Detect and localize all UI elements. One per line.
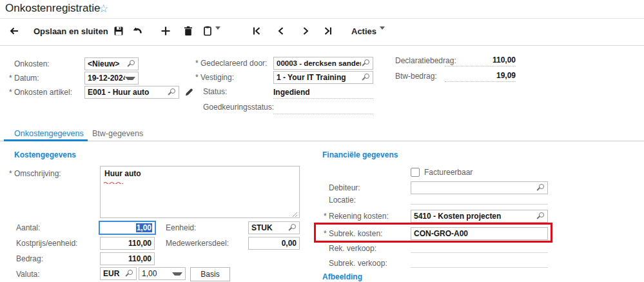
kostprijs-label: Kostprijs/eenheid: [16,237,77,250]
selected-text: 1,00 [136,223,152,232]
aantal-label: Aantal: [16,221,40,234]
magnifier-icon[interactable] [126,59,135,68]
tab-bar-divider [0,141,644,141]
onkosten-artikel-input[interactable]: E001 - Huur auto [84,86,179,99]
favorite-star-icon[interactable]: ☆ [99,2,108,15]
page-title: Onkostenregistratie [5,2,100,15]
active-tab-underline [4,139,88,141]
undo-icon[interactable] [132,26,142,36]
tab-btw-gegevens[interactable]: Btw-gegevens [92,129,143,138]
clipboard-icon[interactable] [202,26,213,36]
eenheid-input[interactable]: STUK [248,221,300,234]
last-record-icon[interactable] [323,26,333,36]
magnifier-icon[interactable] [536,212,545,221]
gedeclareerd-door-input[interactable]: 00003 - dercksen sander, D [273,57,373,70]
factureerbaar-label: Factureerbaar [424,166,473,179]
onkosten-label: Onkosten: [14,57,50,70]
magnifier-icon[interactable] [361,73,370,82]
subrek-kosten-label: * Subrek. kosten: [324,227,382,240]
aantal-input[interactable]: 1,00 [99,221,156,235]
next-record-icon[interactable] [300,26,311,36]
goedkeuringsstatus-value [273,103,373,114]
textarea-resize-handle[interactable] [292,210,298,219]
status-label: Status: [203,86,227,97]
back-icon[interactable] [9,26,19,36]
rek-verkoop-label: Rek. verkoop: [329,244,376,254]
subrek-verkoop-value [411,258,548,268]
datum-label: * Datum: [9,72,39,85]
toolbar-divider [0,45,644,46]
koers-dropdown[interactable]: 1,00 [139,267,186,280]
onkosten-artikel-label: * Onkosten artikel: [9,86,72,99]
magnifier-icon[interactable] [167,88,176,97]
magnifier-icon[interactable] [361,59,370,68]
locatie-value [411,195,548,205]
magnifier-icon[interactable] [124,269,133,278]
medewerkersdeel-input[interactable]: 0,00 [248,237,300,250]
valuta-label: Valuta: [16,268,39,281]
vestiging-input[interactable]: 1 - Your IT Training [273,71,373,84]
edit-pencil-icon[interactable] [184,88,193,99]
date-dropdown-caret-icon[interactable] [125,77,135,80]
rekening-kosten-input[interactable]: 5410 - Kosten projecten [411,210,548,223]
tab-onkostengegevens[interactable]: Onkostengegevens [14,129,84,138]
actions-menu-button[interactable]: Acties [351,26,376,36]
first-record-icon[interactable] [251,26,262,36]
medewerkersdeel-label: Medewerkersdeel: [166,237,229,250]
omschrijving-textarea[interactable]: Huur auto [100,166,300,218]
onkosten-input[interactable]: <Nieuw> [84,57,139,70]
actions-caret-icon[interactable] [380,30,385,39]
expense-registration-screen: Onkostenregistratie ☆ Opslaan en sluiten… [0,0,644,282]
kostengegevens-section-title: Kostengegevens [14,150,76,159]
vestiging-label: * Vestiging: [195,71,234,84]
omschrijving-label: * Omschrijving: [9,167,61,180]
koers-caret-icon[interactable] [172,272,182,276]
spellcheck-squiggle [104,177,123,186]
financiele-gegevens-section-title: Financiële gegevens [322,150,398,159]
rekening-kosten-label: * Rekening kosten: [324,210,389,223]
subrek-kosten-input[interactable]: CON-GRO-A00 [411,227,548,240]
title-divider [0,18,644,19]
add-icon[interactable] [161,26,171,36]
subrek-verkoop-label: Subrek. verkoop: [329,259,387,268]
debiteur-input[interactable] [411,181,548,194]
locatie-label: Locatie: [329,196,356,205]
goedkeuringsstatus-label: Goedkeuringsstatus: [203,102,274,113]
factureerbaar-checkbox[interactable] [411,168,420,177]
clipboard-dropdown-caret-icon[interactable] [215,30,220,39]
btw-bedrag-label: Btw-bedrag: [395,71,437,82]
valuta-input[interactable]: EUR [100,267,137,280]
rek-verkoop-value [411,243,548,253]
gedeclareerd-door-label: * Gedeclareerd door: [195,57,267,70]
afbeelding-section-title: Afbeelding [322,272,362,281]
magnifier-icon[interactable] [288,223,297,232]
debiteur-label: Debiteur: [329,181,360,194]
status-value: Ingediend [273,88,373,99]
datum-input[interactable]: 19-12-2024 [84,72,139,85]
bedrag-label: Bedrag: [16,252,43,265]
delete-icon[interactable] [183,26,193,36]
kostprijs-input[interactable]: 110,00 [100,237,155,250]
btw-bedrag-value: 19,09 [445,71,516,82]
save-and-close-button[interactable]: Opslaan en sluiten [34,26,108,36]
magnifier-icon[interactable] [536,183,545,192]
previous-record-icon[interactable] [276,26,286,36]
eenheid-label: Eenheid: [166,221,196,234]
declaratiebedrag-value: 110,00 [445,55,516,66]
save-icon[interactable] [113,26,124,36]
bedrag-input[interactable]: 110,00 [100,252,155,265]
basis-button[interactable]: Basis [190,267,230,281]
